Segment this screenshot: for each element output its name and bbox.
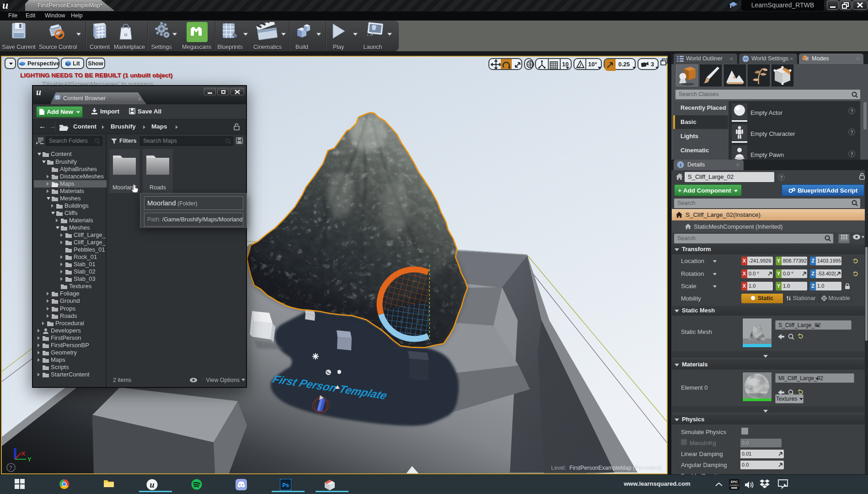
svg-text:?: ? bbox=[9, 465, 12, 471]
svg-text:Ps: Ps bbox=[282, 482, 289, 489]
svg-text:Y: Y bbox=[27, 456, 32, 463]
svg-text:X: X bbox=[21, 450, 26, 457]
svg-text:u: u bbox=[150, 480, 154, 489]
svg-text:GAMES: GAMES bbox=[730, 484, 739, 487]
svg-text:u: u bbox=[124, 31, 127, 38]
svg-text:u: u bbox=[36, 87, 41, 97]
svg-text:EPIC: EPIC bbox=[731, 480, 738, 483]
